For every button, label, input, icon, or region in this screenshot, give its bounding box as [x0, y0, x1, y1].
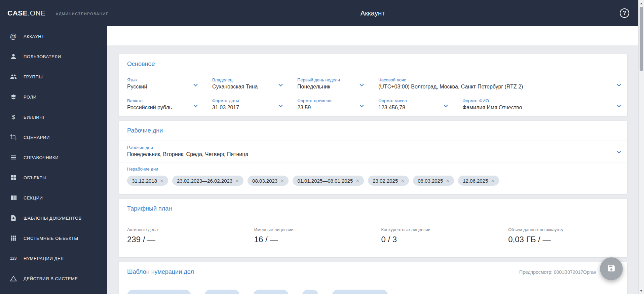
card-title-working-days: Рабочие дни [119, 121, 627, 141]
sidebar-item-account[interactable]: @ АККАУНТ [0, 26, 107, 46]
currency-select[interactable]: Валюта Российский рубль [119, 95, 204, 116]
stat-active-cases: Активные дела 239 / — [119, 227, 246, 244]
field-value: Фамилия Имя Отчество [462, 105, 614, 111]
field-label: Валюта [127, 98, 190, 103]
nonworking-day-chip: 01.01.2025—08.01.2025× [293, 176, 364, 186]
time-format-select[interactable]: Формат времени 23:59 [289, 95, 370, 116]
close-icon[interactable]: × [160, 178, 163, 184]
chip-label: 31.12.2018 [132, 178, 157, 184]
save-button[interactable] [600, 257, 623, 280]
document-download-icon [9, 214, 18, 222]
field-value: Понедельник [297, 84, 356, 90]
sidebar-item-system-actions[interactable]: ДЕЙСТВИЯ В СИСТЕМЕ [0, 268, 107, 289]
timezone-select[interactable]: Часовой пояс (UTC+03:00) Волгоград, Моск… [370, 74, 627, 95]
field-value: Российский рубль [127, 105, 190, 111]
sidebar-item-document-templates[interactable]: ШАБЛОНЫ ДОКУМЕНТОВ [0, 208, 107, 228]
save-floppy-icon [607, 264, 616, 274]
sidebar-item-label: АККАУНТ [24, 34, 44, 39]
page-title: Аккаунт [107, 9, 638, 17]
close-icon[interactable]: × [235, 178, 239, 184]
close-icon[interactable]: × [446, 178, 449, 184]
sidebar-item-sections[interactable]: СЕКЦИИ [0, 188, 107, 208]
triangle-icon [9, 274, 18, 283]
sidebar-item-billing[interactable]: $ БИЛЛИНГ [0, 107, 107, 127]
stat-account-data-volume: Объем данных по аккаунту 0,03 ГБ / — [500, 227, 627, 244]
chevron-down-icon [278, 82, 283, 88]
sidebar-item-label: ГРУППЫ [24, 74, 43, 79]
chevron-down-icon [193, 82, 198, 88]
chip-label: 23.02.2025 [373, 178, 398, 184]
grid-2x2-icon [9, 174, 18, 182]
numbers-icon: 123 [9, 254, 18, 262]
chevron-down-icon [617, 149, 621, 155]
field-value: Сухановская Тина [212, 84, 275, 90]
sidebar-item-label: СИСТЕМНЫЕ ОБЪЕКТЫ [24, 236, 78, 241]
field-label: Формат чисел [378, 98, 441, 103]
content-header-strip [107, 26, 638, 45]
field-value: 123 456,78 [378, 105, 441, 111]
stat-label: Активные дела [127, 227, 238, 232]
numbering-segment-chip[interactable] [204, 290, 240, 294]
nonworking-day-chip: 08.03.2025× [413, 176, 454, 186]
stat-concurrent-licenses: Конкурентные лицензии 0 / 3 [373, 227, 500, 244]
numbering-segment-chip[interactable] [127, 290, 191, 294]
scrollbar-up-arrow[interactable] [639, 1, 644, 6]
chip-label: 23.02.2023—26.02.2023 [177, 178, 232, 184]
general-settings-card: Основное Язык Русский Владелец Сухановск… [119, 54, 627, 116]
crop-icon [9, 133, 18, 141]
sidebar-item-label: СПРАВОЧНИКИ [24, 155, 59, 160]
sidebar-item-label: СЦЕНАРИИ [24, 135, 50, 140]
chip-label: 12.06.2025 [463, 178, 488, 184]
close-icon[interactable]: × [280, 178, 284, 184]
sidebar-item-case-numbering[interactable]: 123 НУМЕРАЦИИ ДЕЛ [0, 248, 107, 268]
name-format-select[interactable]: Формат ФИО Фамилия Имя Отчество [454, 95, 627, 116]
date-format-select[interactable]: Формат даты 31.03.2017 [204, 95, 289, 116]
number-format-select[interactable]: Формат чисел 123 456,78 [370, 95, 454, 116]
sidebar-item-system-objects[interactable]: СИСТЕМНЫЕ ОБЪЕКТЫ [0, 228, 107, 248]
language-select[interactable]: Язык Русский [119, 74, 204, 95]
close-icon[interactable]: × [356, 178, 359, 184]
scrollbar[interactable] [638, 0, 644, 294]
sidebar-item-roles[interactable]: РОЛИ [0, 87, 107, 107]
owner-select[interactable]: Владелец Сухановская Тина [204, 74, 289, 95]
sidebar-item-label: ШАБЛОНЫ ДОКУМЕНТОВ [24, 216, 82, 221]
numbering-segment-chip[interactable] [332, 290, 388, 294]
sidebar-item-label: РОЛИ [24, 95, 37, 100]
numbering-segments [119, 282, 627, 294]
numbering-segment-chip[interactable] [253, 290, 289, 294]
close-icon[interactable]: × [401, 178, 404, 184]
field-value: 23:59 [297, 105, 356, 111]
field-value: Понедельник, Вторник, Среда, Четверг, Пя… [127, 151, 614, 157]
scrollbar-down-arrow[interactable] [639, 288, 644, 293]
user-icon [9, 52, 18, 61]
sidebar-item-scenarios[interactable]: СЦЕНАРИИ [0, 127, 107, 147]
chevron-down-icon [617, 103, 621, 109]
main-content: Основное Язык Русский Владелец Сухановск… [107, 26, 638, 294]
roles-cap-icon [9, 93, 18, 101]
app-logo[interactable]: CASE.ONE [7, 9, 46, 17]
numbering-segment-chip[interactable] [302, 290, 318, 294]
field-label: Владелец [212, 77, 275, 82]
close-icon[interactable]: × [491, 178, 494, 184]
list-icon [9, 153, 18, 161]
sidebar-item-groups[interactable]: ГРУППЫ [0, 67, 107, 87]
field-value: Русский [127, 84, 190, 90]
sidebar-item-label: ОБЪЕКТЫ [24, 175, 46, 180]
help-button[interactable]: ? [620, 8, 629, 18]
chip-label: 08.03.2023 [252, 178, 277, 184]
logo-text-primary: CASE [7, 9, 28, 17]
logo-text-secondary: .ONE [28, 9, 45, 17]
topbar: CASE.ONE АДМИНИСТРИРОВАНИЕ Аккаунт ? [0, 0, 644, 26]
sidebar-item-users[interactable]: ПОЛЬЗОВАТЕЛИ [0, 46, 107, 67]
first-day-of-week-select[interactable]: Первый день недели Понедельник [289, 74, 370, 95]
working-days-select[interactable]: Рабочие дни Понедельник, Вторник, Среда,… [119, 141, 627, 162]
scrollbar-thumb[interactable] [640, 7, 643, 71]
chip-label: 01.01.2025—08.01.2025 [297, 178, 353, 184]
stat-value: 0,03 ГБ / — [508, 235, 619, 244]
field-label: Рабочие дни [127, 145, 614, 150]
card-title-numbering: Шаблон нумерации дел [127, 268, 194, 275]
sidebar-item-objects[interactable]: ОБЪЕКТЫ [0, 168, 107, 188]
sidebar-item-directories[interactable]: СПРАВОЧНИКИ [0, 147, 107, 168]
at-icon: @ [9, 32, 18, 40]
admin-section-label: АДМИНИСТРИРОВАНИЕ [56, 12, 109, 16]
